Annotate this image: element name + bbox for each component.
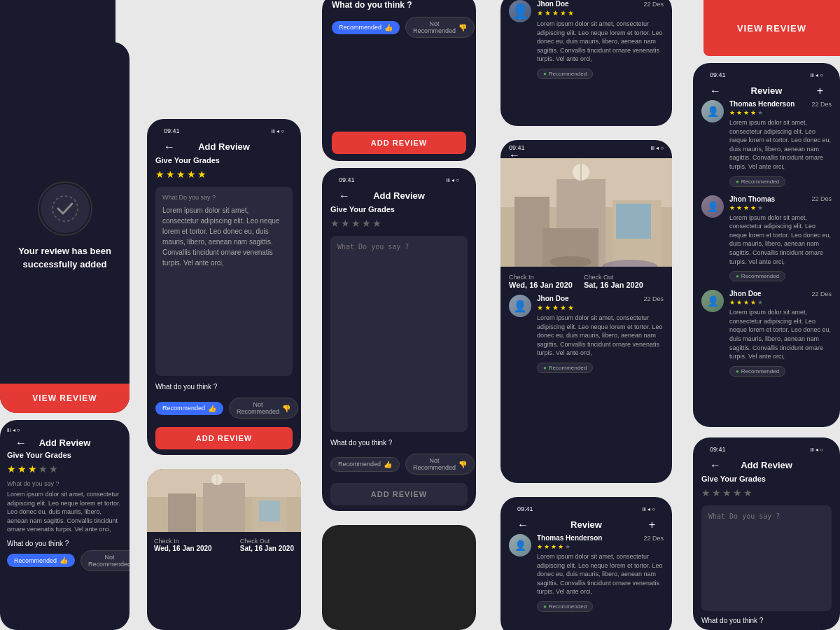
panel-think-add: What do you think ? Recommended 👍 Not Re… xyxy=(322,0,476,161)
nav-center: ← Add Review xyxy=(330,186,468,205)
status-bar-br: 09:41 lll ◂ ○ xyxy=(701,443,832,456)
panel-add-review-main: 09:41 lll ◂ ○ ← Add Review Give Your Gra… xyxy=(147,119,301,455)
recommended-tag-r1: ● Recommended xyxy=(729,176,785,187)
reviewer-name-r1: Thomas Henderson xyxy=(729,100,794,108)
svg-rect-16 xyxy=(616,204,651,239)
success-icon xyxy=(41,184,90,233)
back-button-center[interactable]: ← xyxy=(339,190,350,202)
svg-rect-3 xyxy=(203,483,245,532)
reviewer-date-room: 22 Des xyxy=(643,295,664,302)
panel-room-review: Check In Wed, 16 Jan 2020 Check Out Sat,… xyxy=(147,469,301,630)
recommended-tag-hotel: ● Recommended xyxy=(537,69,593,79)
stars-r1: ★ ★ ★ ★ ★ xyxy=(729,109,832,116)
success-message: Your review has been successfully added xyxy=(14,244,115,272)
not-recommended-btn-top[interactable]: Not Recommended 👎 xyxy=(405,17,475,38)
rec-buttons-center: Recommended 👍 Not Recommended 👎 xyxy=(330,454,468,475)
think-label-br: What do you think ? xyxy=(701,617,832,624)
status-bar-rlr: 09:41 lll ◂ ○ xyxy=(701,69,832,81)
stars-hotel: ★ ★ ★ ★ ★ xyxy=(537,9,664,17)
reviewer-avatar-r3: 👤 xyxy=(701,290,724,312)
recommended-tag-rl2: ● Recommended xyxy=(537,601,593,612)
reviewer-date-r1: 22 Des xyxy=(811,101,832,108)
room-image-small xyxy=(147,469,301,532)
nav-rlr: ← Review + xyxy=(701,81,832,100)
stars-br[interactable]: ★ ★ ★ ★ ★ xyxy=(701,487,832,498)
stars-rl2: ★ ★ ★ ★ ★ xyxy=(537,543,664,550)
svg-rect-4 xyxy=(168,493,196,532)
recommended-tag-room: ● Recommended xyxy=(537,363,593,373)
page-title-br: Add Review xyxy=(741,460,792,470)
reviewer-date-hotel: 22 Des xyxy=(643,1,664,8)
reviewer-text-r2: Lorem ipsum dolor sit amet, consectetur … xyxy=(729,214,832,267)
review-item-room: 👤 Jhon Doe 22 Des ★ ★ ★ ★ ★ Lorem ipsum … xyxy=(509,295,664,373)
rec-buttons-top: Recommended 👍 Not Recommended 👎 xyxy=(332,17,466,38)
reviewer-date-r2: 22 Des xyxy=(811,195,832,202)
stars-room: ★ ★ ★ ★ ★ xyxy=(537,304,664,312)
recommended-tag-r3: ● Recommended xyxy=(729,366,785,377)
nav-main: ← Add Review xyxy=(155,137,293,156)
recommended-btn-main[interactable]: Recommended 👍 xyxy=(155,402,223,415)
view-review-button-success[interactable]: VIEW REVIEW xyxy=(0,384,130,413)
add-review-button-center[interactable]: ADD REVIEW xyxy=(330,483,468,505)
grades-label-lb: Give Your Grades xyxy=(7,451,122,459)
stars-lb[interactable]: ★ ★ ★ ★ ★ xyxy=(7,463,122,475)
stars-r2: ★ ★ ★ ★ ★ xyxy=(729,204,832,211)
reviewer-name-r2: Jhon Thomas xyxy=(729,195,775,203)
recommended-btn-top[interactable]: Recommended 👍 xyxy=(332,21,400,34)
view-review-button-tr[interactable]: VIEW REVIEW xyxy=(704,0,840,56)
panel-review-list-2: 09:41 lll ◂ ○ ← Review + 👤 Thomas Hender… xyxy=(500,497,672,630)
grades-label-center: Give Your Grades xyxy=(330,205,468,214)
review-text-main: Lorem ipsum dolor sit amet, consectetur … xyxy=(162,205,286,268)
reviewer-date-rl2: 22 Des xyxy=(643,535,664,542)
plus-button-rl2[interactable]: + xyxy=(649,519,655,531)
reviewer-text-room: Lorem ipsum dolor sit amet, consectetur … xyxy=(537,314,664,358)
back-button-rlr[interactable]: ← xyxy=(710,85,721,97)
svg-rect-8 xyxy=(259,500,280,522)
status-bar-center: 09:41 lll ◂ ○ xyxy=(330,174,468,186)
panel-bottom-center xyxy=(322,525,476,630)
not-recommended-btn-lb[interactable]: Not Recommended 👎 xyxy=(80,550,130,571)
status-bar-lb: lll ◂ ○ xyxy=(7,426,122,435)
reviewer-name-hotel: Jhon Doe xyxy=(537,0,569,8)
plus-button-rlr[interactable]: + xyxy=(817,85,823,97)
add-review-button-top[interactable]: ADD REVIEW xyxy=(332,132,466,154)
stars-center[interactable]: ★ ★ ★ ★ ★ xyxy=(330,218,468,229)
back-button-lb[interactable]: ← xyxy=(15,437,27,449)
not-recommended-btn-main[interactable]: Not Recommended 👎 xyxy=(229,398,298,419)
page-title-center: Add Review xyxy=(373,190,425,201)
panel-add-review-center: 09:41 lll ◂ ○ ← Add Review Give Your Gra… xyxy=(322,168,476,511)
panel-hotel-detail: 👤 Jhon Doe 22 Des ★ ★ ★ ★ ★ Lorem ipsum … xyxy=(500,0,672,126)
recommended-btn-center[interactable]: Recommended 👍 xyxy=(330,457,400,472)
think-label-main: What do you think ? xyxy=(155,383,293,391)
checkout-date-room: Sat, 16 Jan 2020 xyxy=(584,281,643,289)
back-button-main[interactable]: ← xyxy=(164,141,175,153)
room-image-main xyxy=(500,158,672,267)
status-bar-room: 09:41 lll ◂ ○ xyxy=(500,140,672,153)
add-review-button-main[interactable]: ADD REVIEW xyxy=(155,427,293,449)
not-recommended-btn-center[interactable]: Not Recommended 👎 xyxy=(405,454,475,475)
review-textarea-center[interactable] xyxy=(330,236,468,432)
nav-room: ← xyxy=(500,153,672,158)
nav-br: ← Add Review xyxy=(701,456,832,475)
recommended-btn-lb[interactable]: Recommended 👍 xyxy=(7,554,75,567)
page-title-rlr: Review xyxy=(751,85,783,96)
review-item-hotel: 👤 Jhon Doe 22 Des ★ ★ ★ ★ ★ Lorem ipsum … xyxy=(509,0,664,79)
back-button-br[interactable]: ← xyxy=(710,459,721,472)
stars-r3: ★ ★ ★ ★ ★ xyxy=(729,299,832,306)
status-bar-main: 09:41 lll ◂ ○ xyxy=(155,125,293,137)
review-textarea-br[interactable] xyxy=(701,505,832,611)
reviewer-date-r3: 22 Des xyxy=(811,290,832,298)
back-button-rl2[interactable]: ← xyxy=(517,519,528,531)
reviewer-avatar-r2: 👤 xyxy=(701,195,724,218)
status-bar-rl2: 09:41 lll ◂ ○ xyxy=(509,503,664,515)
page-title-rl2: Review xyxy=(570,519,602,530)
grades-label-br: Give Your Grades xyxy=(701,475,832,483)
reviewer-name-r3: Jhon Doe xyxy=(729,290,762,298)
reviewer-avatar-room: 👤 xyxy=(509,295,531,317)
panel-left-bottom: lll ◂ ○ ← Add Review Give Your Grades ★ … xyxy=(0,420,130,630)
stars-main[interactable]: ★ ★ ★ ★ ★ xyxy=(155,169,293,180)
checkin-label-room: Check In xyxy=(509,274,573,281)
review-item-r1: 👤 Thomas Henderson 22 Des ★ ★ ★ ★ ★ Lore… xyxy=(701,100,832,187)
review-item-r2: 👤 Jhon Thomas 22 Des ★ ★ ★ ★ ★ Lorem ips… xyxy=(701,195,832,282)
reviewer-name-room: Jhon Doe xyxy=(537,295,569,302)
